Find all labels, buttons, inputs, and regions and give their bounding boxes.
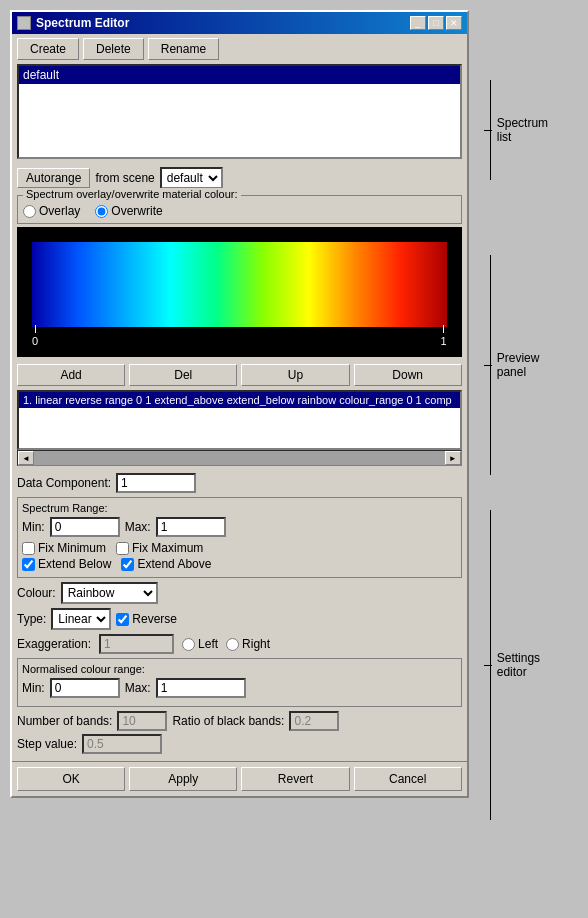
norm-min-max-row: Min: Max: [22, 678, 457, 698]
left-radio-label[interactable]: Left [182, 637, 218, 651]
overwrite-radio[interactable] [95, 205, 108, 218]
settings-brace-bot [490, 666, 491, 821]
fix-min-checkbox[interactable] [22, 542, 35, 555]
settings-editor-label: Settingseditor [497, 651, 540, 679]
reverse-text: Reverse [132, 612, 177, 626]
maximize-button[interactable]: □ [428, 16, 444, 30]
norm-title: Normalised colour range: [22, 663, 457, 675]
spectrum-list[interactable]: default [17, 64, 462, 159]
max-input[interactable] [156, 517, 226, 537]
reverse-label[interactable]: Reverse [116, 612, 177, 626]
preview-brace [484, 255, 492, 475]
delete-button[interactable]: Delete [83, 38, 144, 60]
scene-dropdown[interactable]: default [160, 167, 223, 189]
max-label: Max: [125, 520, 151, 534]
overlay-radio-row: Overlay Overwrite [23, 204, 456, 218]
exaggeration-label: Exaggeration: [17, 637, 91, 651]
close-button[interactable]: ✕ [446, 16, 462, 30]
step-input [82, 734, 162, 754]
overlay-group-label: Spectrum overlay/overwrite material colo… [23, 188, 241, 200]
reverse-checkbox[interactable] [116, 613, 129, 626]
ratio-label: Ratio of black bands: [172, 714, 284, 728]
overlay-radio-label[interactable]: Overlay [23, 204, 80, 218]
spectrum-list-label-group: Spectrumlist [484, 65, 583, 195]
preview-panel-label-group: Previewpanel [484, 250, 583, 480]
window-icon [17, 16, 31, 30]
list-item[interactable]: default [19, 66, 460, 84]
up-button[interactable]: Up [241, 364, 349, 386]
settings-brace-top [490, 510, 491, 665]
tick-max-label: 1 [441, 335, 447, 347]
cancel-button[interactable]: Cancel [354, 767, 462, 791]
apply-button[interactable]: Apply [129, 767, 237, 791]
norm-min-input[interactable] [50, 678, 120, 698]
spectrum-range-box: Spectrum Range: Min: Max: Fix Minimum Fi… [17, 497, 462, 578]
scroll-right-button[interactable]: ► [445, 451, 461, 465]
bands-row: Number of bands: Ratio of black bands: [17, 711, 462, 731]
minimize-button[interactable]: _ [410, 16, 426, 30]
fix-min-text: Fix Minimum [38, 541, 106, 555]
fix-min-label[interactable]: Fix Minimum [22, 541, 106, 555]
footer-bar: OK Apply Revert Cancel [12, 761, 467, 796]
scroll-left-button[interactable]: ◄ [18, 451, 34, 465]
extend-checkboxes-row: Extend Below Extend Above [22, 557, 457, 571]
norm-max-input[interactable] [156, 678, 246, 698]
settings-brace [484, 510, 492, 820]
overlay-group: Spectrum overlay/overwrite material colo… [17, 195, 462, 224]
revert-button[interactable]: Revert [241, 767, 349, 791]
type-label: Type: [17, 612, 46, 626]
component-list[interactable]: 1. linear reverse range 0 1 extend_above… [17, 390, 462, 450]
extend-below-checkbox[interactable] [22, 558, 35, 571]
settings-label-group: Settingseditor [484, 505, 583, 825]
norm-max-label: Max: [125, 681, 151, 695]
overlay-radio[interactable] [23, 205, 36, 218]
norm-box: Normalised colour range: Min: Max: [17, 658, 462, 707]
action-bar: Add Del Up Down [12, 360, 467, 390]
ok-button[interactable]: OK [17, 767, 125, 791]
tick-row: 0 1 [32, 325, 447, 347]
right-radio-label[interactable]: Right [226, 637, 270, 651]
extend-above-text: Extend Above [137, 557, 211, 571]
colour-dropdown[interactable]: Rainbow Monochrome Red Green Blue [61, 582, 158, 604]
type-dropdown[interactable]: Linear Log Field [51, 608, 111, 630]
min-input[interactable] [50, 517, 120, 537]
fix-max-label[interactable]: Fix Maximum [116, 541, 203, 555]
left-radio[interactable] [182, 638, 195, 651]
step-label: Step value: [17, 737, 77, 751]
main-layout: Spectrum Editor _ □ ✕ Create Delete Rena… [0, 0, 588, 835]
down-button[interactable]: Down [354, 364, 462, 386]
extend-above-checkbox[interactable] [121, 558, 134, 571]
spectrum-editor-window: Spectrum Editor _ □ ✕ Create Delete Rena… [10, 10, 469, 798]
right-label: Right [242, 637, 270, 651]
extend-below-text: Extend Below [38, 557, 111, 571]
preview-brace-top [490, 255, 491, 365]
right-radio[interactable] [226, 638, 239, 651]
title-bar-text: Spectrum Editor [17, 16, 129, 30]
brace-bottom [490, 130, 491, 180]
overwrite-label: Overwrite [111, 204, 162, 218]
horizontal-scrollbar[interactable]: ◄ ► [17, 450, 462, 466]
min-label: Min: [22, 520, 45, 534]
norm-min-label: Min: [22, 681, 45, 695]
spectrum-range-title: Spectrum Range: [22, 502, 457, 514]
bands-input [117, 711, 167, 731]
spectrum-list-label: Spectrumlist [497, 116, 548, 144]
extend-above-label[interactable]: Extend Above [121, 557, 211, 571]
brace-top [490, 80, 491, 130]
autorange-button[interactable]: Autorange [17, 168, 90, 188]
from-scene-label: from scene [95, 171, 154, 185]
main-toolbar: Create Delete Rename [12, 34, 467, 64]
component-item[interactable]: 1. linear reverse range 0 1 extend_above… [19, 392, 460, 408]
fix-checkboxes-row: Fix Minimum Fix Maximum [22, 541, 457, 555]
right-labels-panel: Spectrumlist Previewpanel Settingseditor [479, 0, 588, 835]
extend-below-label[interactable]: Extend Below [22, 557, 111, 571]
create-button[interactable]: Create [17, 38, 79, 60]
overwrite-radio-label[interactable]: Overwrite [95, 204, 162, 218]
add-button[interactable]: Add [17, 364, 125, 386]
rename-button[interactable]: Rename [148, 38, 219, 60]
data-component-input[interactable]: 1 [116, 473, 196, 493]
fix-max-checkbox[interactable] [116, 542, 129, 555]
scroll-track[interactable] [34, 451, 445, 465]
min-max-row: Min: Max: [22, 517, 457, 537]
del-button[interactable]: Del [129, 364, 237, 386]
